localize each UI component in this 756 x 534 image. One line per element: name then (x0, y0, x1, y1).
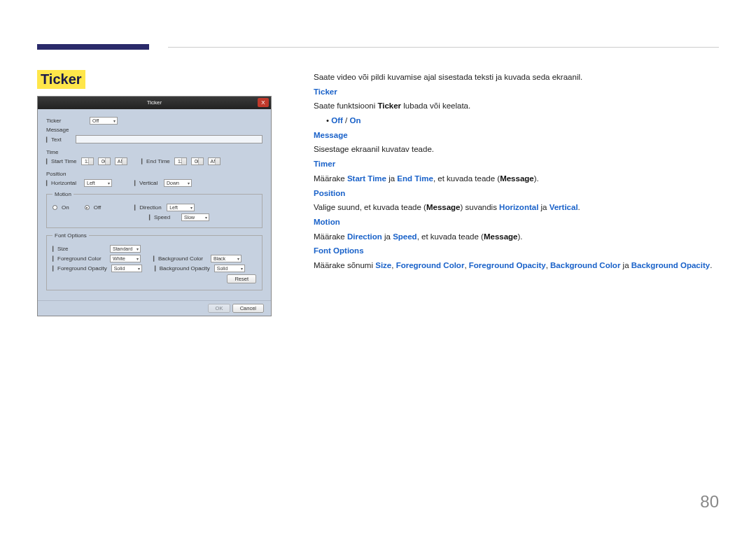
timer-heading: Timer (314, 157, 719, 171)
t: Ticker (377, 101, 401, 110)
t: Vertical (550, 203, 578, 211)
end-min[interactable]: 00 (191, 157, 204, 165)
ticker-label: Ticker (46, 118, 85, 124)
t: , et kuvada teade ( (417, 232, 484, 241)
horizontal-select[interactable]: Left (84, 179, 112, 187)
t: Määrake (314, 232, 347, 241)
section-title: Ticker (37, 70, 85, 89)
font-options-desc: Määrake sõnumi Size, Foreground Color, F… (314, 258, 719, 273)
t: Speed (393, 232, 417, 241)
fg-opacity-select[interactable]: Solid (111, 265, 142, 272)
message-heading: Message (314, 128, 719, 143)
bg-opacity-select[interactable]: Solid (214, 265, 245, 272)
speed-select[interactable]: Slow (181, 213, 209, 221)
motion-desc: Määrake Direction ja Speed, et kuvada te… (314, 230, 719, 244)
time-label: Time (46, 149, 85, 155)
motion-heading: Motion (314, 215, 719, 230)
timer-desc: Määrake Start Time ja End Time, et kuvad… (314, 171, 719, 186)
t: Foreground Opacity (469, 261, 546, 269)
t: , et kuvada teade ( (433, 174, 500, 183)
position-desc: Valige suund, et kuvada teade (Message) … (314, 200, 719, 215)
ticker-select[interactable]: Off (90, 117, 118, 125)
bg-color-select[interactable]: Black (211, 255, 241, 262)
t: Määrake sõnumi (314, 261, 375, 269)
end-ampm[interactable]: AM (208, 157, 220, 165)
bg-opacity-label: Background Opacity (155, 265, 210, 272)
start-time-label: Start Time (46, 158, 77, 164)
font-options-legend: Font Options (52, 232, 89, 239)
end-hour[interactable]: 12 (174, 157, 187, 165)
t: . (710, 261, 712, 269)
text-input[interactable] (76, 135, 262, 143)
font-options-group: Font Options Size Standard Foreground Co… (46, 232, 262, 290)
motion-legend: Motion (52, 191, 74, 197)
ticker-options: Off / On (314, 113, 719, 128)
start-ampm[interactable]: AM (115, 157, 127, 165)
bg-color-label: Background Color (153, 255, 206, 262)
t: Message (484, 232, 518, 241)
start-min[interactable]: 00 (98, 157, 111, 165)
dialog-titlebar: Ticker X (38, 97, 271, 109)
dialog-title: Ticker (147, 99, 162, 106)
size-select[interactable]: Standard (110, 245, 141, 253)
vertical-label: Vertical (134, 180, 160, 186)
position-heading: Position (314, 186, 719, 201)
t: Direction (347, 232, 382, 241)
ticker-desc: Saate funktsiooni Ticker lubada või keel… (314, 99, 719, 113)
fg-opacity-label: Foreground Opacity (52, 265, 107, 272)
t: . (578, 203, 580, 211)
t: ) suvandis (461, 203, 500, 211)
fg-color-select[interactable]: White (110, 255, 141, 262)
t: / (343, 116, 350, 125)
motion-on-radio[interactable] (52, 205, 57, 210)
position-label: Position (46, 171, 85, 177)
size-label: Size (52, 246, 106, 252)
ticker-heading: Ticker (314, 85, 719, 99)
ok-button[interactable]: OK (208, 304, 231, 313)
message-label: Message (46, 127, 85, 133)
motion-group: Motion On Off Direction Left Speed (46, 191, 262, 228)
t: Valige suund, et kuvada teade ( (314, 203, 426, 211)
cancel-button[interactable]: Cancel (232, 304, 264, 313)
description-text: Saate video või pildi kuvamise ajal sise… (314, 70, 719, 316)
t: ja (538, 203, 549, 211)
t: Background Color (550, 261, 620, 269)
vertical-select[interactable]: Down (164, 179, 192, 187)
off-option: Off (331, 116, 343, 125)
direction-select[interactable]: Left (167, 204, 195, 211)
t: ). (518, 232, 523, 241)
motion-off-label: Off (94, 204, 102, 211)
header-accent-bar (37, 44, 149, 50)
t: End Time (397, 174, 433, 183)
on-option: On (349, 116, 360, 125)
t: Horizontal (499, 203, 538, 211)
horizontal-label: Horizontal (46, 180, 80, 186)
reset-button[interactable]: Reset (227, 274, 256, 283)
header-rule (168, 47, 719, 48)
t: Foreground Color (396, 261, 465, 269)
message-desc: Sisestage ekraanil kuvatav teade. (314, 142, 719, 157)
t: Saate funktsiooni (314, 101, 377, 110)
t: ). (534, 174, 539, 183)
ticker-dialog: Ticker X Ticker Off Message Text Time St… (37, 96, 272, 316)
motion-off-radio[interactable] (85, 205, 90, 210)
close-icon[interactable]: X (258, 98, 269, 107)
t: Background Opacity (631, 261, 710, 269)
t: Message (500, 174, 534, 183)
t: ja (620, 261, 631, 269)
t: ja (386, 174, 397, 183)
intro-line: Saate video või pildi kuvamise ajal sise… (314, 70, 719, 85)
direction-label: Direction (134, 204, 162, 211)
start-hour[interactable]: 12 (81, 157, 94, 165)
text-label: Text (46, 136, 71, 143)
motion-on-label: On (62, 204, 69, 211)
t: Size (375, 261, 391, 269)
t: Start Time (347, 174, 386, 183)
t: Määrake (314, 174, 347, 183)
fg-color-label: Foreground Color (52, 255, 106, 262)
page-number: 80 (700, 492, 719, 512)
speed-label: Speed (149, 214, 177, 220)
font-options-heading: Font Options (314, 244, 719, 258)
end-time-label: End Time (141, 158, 170, 164)
t: Message (426, 203, 461, 211)
